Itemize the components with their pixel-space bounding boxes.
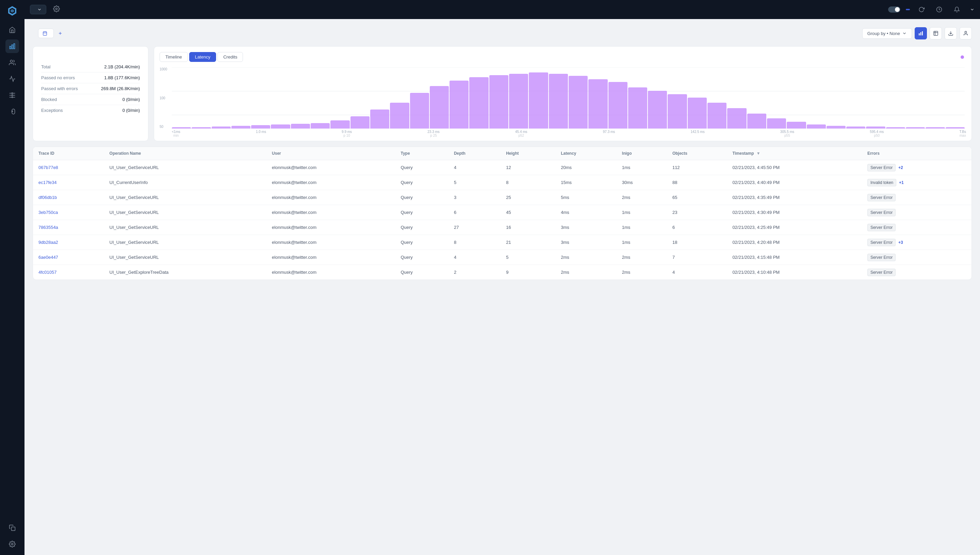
chart-legend [961, 55, 966, 59]
error-badge: Server Error [868, 209, 896, 216]
error-badge: Server Error [868, 254, 896, 261]
table-view-button[interactable] [930, 27, 942, 39]
chart-bar [906, 127, 925, 128]
group-by-button[interactable]: Group by • None [862, 28, 912, 39]
user-view-button[interactable] [959, 27, 972, 39]
type-cell: Query [395, 205, 448, 220]
latency-cell: 4ms [555, 205, 617, 220]
clock-button[interactable] [933, 3, 945, 16]
group-by-label: Group by • None [868, 31, 900, 36]
type-cell: Query [395, 160, 448, 175]
date-filter-button[interactable] [38, 29, 54, 38]
trace-id-cell[interactable]: df06db1b [33, 190, 104, 205]
refresh-button[interactable] [915, 3, 928, 16]
chart-bar [727, 108, 746, 128]
timestamp-cell: 02/21/2023, 4:45:50 PM [727, 160, 862, 175]
svg-rect-30 [922, 31, 923, 35]
trace-link[interactable]: 9db28aa2 [39, 240, 58, 245]
operation-cell: UI_CurrentUserInfo [104, 175, 267, 190]
chart-bar [390, 103, 409, 128]
sidebar-gamepad[interactable] [5, 105, 19, 118]
timestamp-cell: 02/21/2023, 4:30:49 PM [727, 205, 862, 220]
notification-button[interactable] [951, 3, 963, 16]
chart-bar [648, 91, 667, 128]
error-badge: Server Error [868, 239, 896, 246]
col-header-trace-id: Trace ID [33, 147, 104, 160]
trace-link[interactable]: 6ae0e447 [39, 255, 58, 260]
sidebar-settings-bottom[interactable] [5, 537, 19, 551]
table-card: Trace IDOperation NameUserTypeDepthHeigh… [33, 147, 972, 280]
details-row-value: 0 (0/min) [122, 108, 140, 113]
x-axis-label: 142.5 ms [691, 130, 705, 137]
trace-link[interactable]: 3eb750ca [39, 210, 58, 215]
col-header-objects: Objects [667, 147, 727, 160]
sidebar-filters[interactable] [5, 88, 19, 102]
live-switch[interactable] [888, 6, 900, 13]
trace-id-cell[interactable]: 9db28aa2 [33, 235, 104, 250]
sidebar [0, 0, 24, 555]
sidebar-copy[interactable] [5, 521, 19, 534]
trace-id-cell[interactable]: 067b77e8 [33, 160, 104, 175]
trace-id-cell[interactable]: 3eb750ca [33, 205, 104, 220]
details-row-value: 1.8B (177.6K/min) [104, 75, 140, 80]
trace-id-cell[interactable]: 4fc01057 [33, 265, 104, 280]
errors-cell: Server Error [862, 205, 972, 220]
objects-cell: 88 [667, 175, 727, 190]
bar-chart-view-button[interactable] [915, 27, 927, 39]
table-row: df06db1b UI_User_GetServiceURL elonmusk@… [33, 190, 972, 205]
col-header-timestamp[interactable]: Timestamp ▼ [727, 147, 862, 160]
chart-bar [807, 125, 826, 128]
add-filter-button[interactable] [58, 31, 64, 36]
download-button[interactable] [945, 27, 957, 39]
depth-cell: 4 [448, 250, 501, 265]
chart-bar [212, 127, 231, 128]
depth-cell: 3 [448, 190, 501, 205]
service-selector[interactable] [30, 5, 46, 14]
trace-id-cell[interactable]: 7863554a [33, 220, 104, 235]
trace-link[interactable]: ec17fe34 [39, 180, 57, 185]
trace-link[interactable]: 067b77e8 [39, 165, 58, 170]
chart-bars [172, 67, 965, 128]
tab-credits[interactable]: Credits [217, 52, 243, 62]
trace-id-cell[interactable]: ec17fe34 [33, 175, 104, 190]
trace-link[interactable]: 7863554a [39, 225, 58, 230]
user-cell: elonmusk@twitter.com [267, 205, 395, 220]
height-cell: 9 [501, 265, 555, 280]
x-axis-label: 23.3 msp 25 [427, 130, 440, 137]
details-row-label: Total [41, 64, 50, 69]
depth-cell: 27 [448, 220, 501, 235]
operation-cell: UI_User_GetServiceURL [104, 190, 267, 205]
trace-id-cell[interactable]: 6ae0e447 [33, 250, 104, 265]
chart-bar [330, 120, 349, 128]
error-badge: Invalid token [868, 179, 896, 186]
details-rows: Total2.1B (204.4K/min)Passed no errors1.… [41, 61, 140, 115]
x-axis-label: 97.3 ms [603, 130, 615, 137]
sidebar-activity[interactable] [5, 72, 19, 86]
download-icon [948, 30, 953, 36]
sidebar-users[interactable] [5, 56, 19, 69]
details-row-value: 269.8M (26.8K/min) [101, 86, 140, 91]
tab-latency[interactable]: Latency [189, 52, 217, 62]
user-cell: elonmusk@twitter.com [267, 220, 395, 235]
trace-link[interactable]: df06db1b [39, 195, 57, 200]
tab-timeline[interactable]: Timeline [160, 52, 188, 62]
details-row: Passed with errors269.8M (26.8K/min) [41, 83, 140, 94]
plus-badge: +3 [898, 240, 903, 245]
chart-bar [747, 114, 766, 128]
operation-cell: UI_User_GetServiceURL [104, 160, 267, 175]
settings-button[interactable] [50, 3, 63, 17]
sidebar-analytics[interactable] [5, 39, 19, 53]
chevron-down-icon [37, 7, 42, 12]
timestamp-cell: 02/21/2023, 4:15:48 PM [727, 250, 862, 265]
trace-link[interactable]: 4fc01057 [39, 269, 57, 275]
top-row: Total2.1B (204.4K/min)Passed no errors1.… [33, 46, 972, 141]
chart-bar [925, 127, 945, 128]
objects-cell: 18 [667, 235, 727, 250]
details-card: Total2.1B (204.4K/min)Passed no errors1.… [33, 46, 148, 141]
error-badge: Server Error [868, 194, 896, 201]
sidebar-home[interactable] [5, 23, 19, 37]
user-menu[interactable] [969, 7, 975, 12]
depth-cell: 5 [448, 175, 501, 190]
chart-bar [231, 126, 251, 128]
svg-rect-29 [921, 32, 922, 35]
